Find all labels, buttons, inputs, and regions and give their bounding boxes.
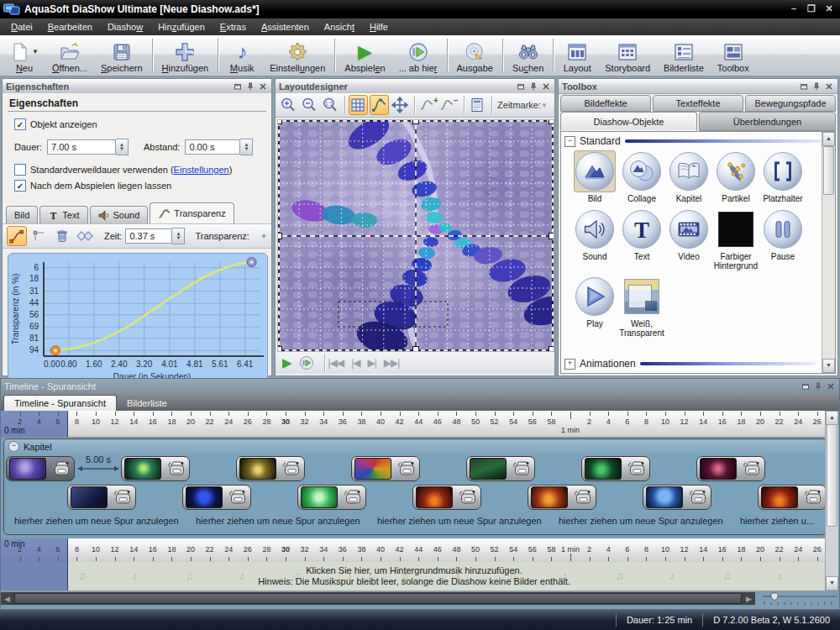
transition-icon[interactable] (456, 487, 478, 507)
panel-close-button[interactable] (257, 81, 268, 92)
scroll-right-icon[interactable]: ▶ (743, 595, 755, 603)
duration-input[interactable]: 7.00 s (47, 139, 116, 155)
close-button[interactable]: ✕ (822, 3, 837, 15)
timeline-item[interactable] (67, 485, 136, 510)
toolbox-object-pause[interactable]: Pause (759, 208, 806, 270)
scroll-up-icon[interactable]: ▲ (822, 132, 835, 146)
slide-thumbnail-ring-blue[interactable] (186, 486, 223, 508)
tab-bewegungspfade[interactable]: Bewegungspfade (745, 95, 836, 112)
play-button[interactable]: ▶ (282, 355, 291, 370)
toolbox-object-kapitel[interactable]: Kapitel (665, 150, 712, 203)
timeline-ruler-top[interactable]: 0 min24681012141618202224262830323436384… (1, 411, 827, 438)
tab-text[interactable]: TText (39, 206, 87, 223)
distance-input[interactable]: 0.00 s (185, 139, 240, 155)
slide-thumbnail-kaleido-green[interactable] (301, 486, 338, 508)
layout-canvas[interactable] (277, 119, 554, 352)
timeline-item[interactable] (696, 456, 765, 481)
transition-icon[interactable] (165, 459, 186, 479)
step-back-button[interactable]: |◀ (351, 357, 360, 369)
scrollbar-thumb[interactable] (823, 146, 834, 195)
toolbox-object-play[interactable]: Play (571, 276, 618, 338)
timeline-item[interactable] (528, 485, 596, 510)
keep-after-play-checkbox[interactable]: ✓ Nach dem Abspielen liegen lassen (14, 180, 171, 192)
tab-bild[interactable]: Bild (6, 206, 38, 223)
tab-sound[interactable]: Sound (90, 206, 149, 223)
dropdown-caret-icon[interactable]: ▼ (260, 233, 267, 240)
menu-extras[interactable]: Extras (213, 20, 254, 34)
expand-icon[interactable]: + (564, 359, 575, 370)
toolbox-object-collage[interactable]: Collage (618, 150, 665, 203)
settings-link[interactable]: Einstellungen (174, 165, 229, 175)
timeline-item[interactable] (297, 485, 366, 510)
time-input[interactable]: 0.37 s (125, 228, 172, 244)
tab-bildeffekte[interactable]: Bildeffekte (560, 95, 651, 112)
menu-hinzufgen[interactable]: Hinzufügen (150, 20, 213, 34)
transition-icon[interactable] (801, 487, 823, 507)
panel-restore-button[interactable] (232, 81, 243, 92)
slide-thumbnail-swirl-green[interactable] (585, 458, 622, 480)
zoom-100-button[interactable]: 1:1 (320, 95, 339, 115)
transition-icon[interactable] (625, 459, 647, 479)
timeline-tab-timeline-spuransicht[interactable]: Timeline - Spuransicht (3, 395, 117, 411)
timeline-item[interactable] (466, 456, 535, 481)
maximize-button[interactable]: ❐ (804, 3, 819, 15)
curve-insert-button[interactable] (7, 226, 27, 246)
toolbar-new-page-button[interactable]: ▼Neu (3, 35, 45, 76)
toolbox-object-text[interactable]: TText (618, 208, 665, 270)
dropdown-caret-icon[interactable]: ▼ (541, 102, 548, 109)
transition-icon[interactable] (226, 487, 248, 507)
zoom-out-button[interactable] (300, 95, 319, 115)
panel-pin-button[interactable] (812, 381, 823, 391)
toolbox-object-video[interactable]: Video (665, 208, 712, 270)
menu-bearbeiten[interactable]: Bearbeiten (40, 20, 100, 34)
timeline-zoom-slider[interactable]: ​ (761, 591, 838, 607)
slide-thumbnail-flame-red[interactable] (761, 486, 798, 508)
zoom-in-button[interactable] (279, 95, 298, 115)
toolbar-storyboard-button[interactable]: Storyboard (598, 35, 657, 76)
distance-spinner[interactable]: ▲▼ (240, 139, 253, 155)
timeline-item[interactable] (182, 485, 251, 510)
path-add-button[interactable]: + (418, 95, 438, 115)
default-duration-checkbox[interactable]: ✓ Standardverweildauer verwenden (Einste… (14, 164, 232, 176)
toolbar-play-from-here-button[interactable]: ... ab hier (392, 35, 444, 76)
toolbox-object-bild[interactable]: Bild (571, 150, 618, 203)
timeline-item[interactable] (643, 485, 711, 510)
group-animationen[interactable]: + Animationen (561, 354, 822, 371)
collapse-icon[interactable]: − (8, 441, 19, 452)
timeline-ruler-bottom[interactable]: 0 min24681012141618202224262830323436384… (1, 538, 827, 563)
scroll-down-icon[interactable]: ▼ (826, 576, 838, 591)
grid-button[interactable] (349, 95, 368, 115)
toolbox-object-partikel[interactable]: Partikel (712, 150, 759, 203)
toolbar-output-disc-button[interactable]: Ausgabe (450, 35, 500, 76)
slide-thumbnail-mandala-red[interactable] (700, 458, 737, 480)
scroll-left-icon[interactable]: ◀ (1, 595, 13, 603)
slide-thumbnail-kaleido-rainbow[interactable] (354, 458, 391, 480)
trash-button[interactable] (52, 226, 72, 246)
dropdown-caret-icon[interactable]: ▼ (32, 48, 39, 55)
slide-thumbnail-box-blue[interactable] (71, 486, 108, 508)
curve-node-button[interactable] (29, 226, 50, 246)
panel-restore-button[interactable] (515, 81, 526, 92)
move-button[interactable] (391, 95, 410, 115)
menu-assistenten[interactable]: Assistenten (254, 20, 317, 34)
group-standard[interactable]: − Standard (561, 132, 835, 149)
transition-icon[interactable] (111, 487, 133, 507)
tab-texteffekte[interactable]: Texteffekte (653, 95, 743, 112)
toolbox-object-platzhalter[interactable]: Platzhalter (759, 150, 806, 203)
timeline-item[interactable] (351, 456, 420, 481)
timeline-horizontal-scrollbar[interactable]: ◀ ▶ (1, 592, 755, 605)
slide-thumbnail-planet-blue[interactable] (646, 486, 683, 508)
toolbar-add-plus-button[interactable]: Hinzufügen (155, 35, 216, 76)
scrollbar-thumb[interactable] (827, 424, 837, 527)
transition-icon[interactable] (686, 487, 708, 507)
play-from-here-button[interactable] (299, 355, 314, 370)
step-forward-button[interactable]: ▶| (367, 357, 375, 369)
panel-close-button[interactable] (825, 381, 836, 391)
collapse-icon[interactable]: − (564, 136, 575, 147)
panel-pin-button[interactable] (528, 81, 538, 92)
transition-icon[interactable] (740, 459, 762, 479)
timeline-tab-bilderliste[interactable]: Bilderliste (117, 396, 177, 411)
diamonds-button[interactable] (75, 226, 95, 246)
transition-icon[interactable] (280, 459, 302, 479)
slide-thumbnail-scene-green[interactable] (470, 458, 507, 480)
